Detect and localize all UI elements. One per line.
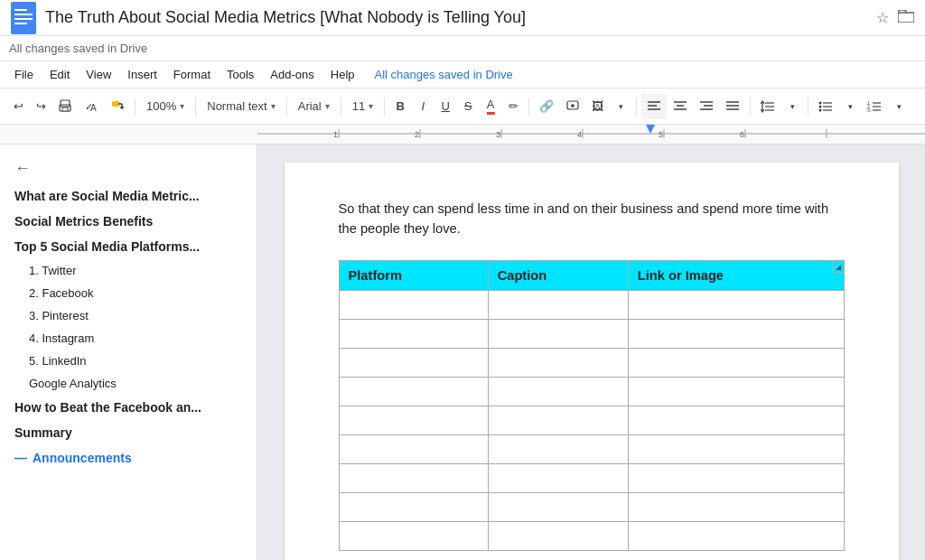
italic-button[interactable]: I xyxy=(412,94,434,119)
toolbar-list-group: ▾ 1. 2. 3. ▾ xyxy=(813,94,910,119)
align-left-button[interactable] xyxy=(641,94,667,119)
style-select[interactable]: Normal text ▾ xyxy=(201,94,281,119)
table-cell[interactable] xyxy=(488,406,628,435)
numbered-list-menu-button[interactable]: ▾ xyxy=(888,94,910,119)
menu-file[interactable]: File xyxy=(7,65,41,84)
table-cell[interactable] xyxy=(339,291,488,320)
table-cell[interactable] xyxy=(488,464,628,493)
menu-insert[interactable]: Insert xyxy=(120,65,164,84)
folder-icon[interactable] xyxy=(898,10,914,26)
table-cell[interactable] xyxy=(488,378,628,406)
line-spacing-button[interactable] xyxy=(755,94,780,119)
table-cell[interactable] xyxy=(339,349,488,378)
table-cell[interactable] xyxy=(339,522,488,551)
image-button[interactable]: 🖼 xyxy=(586,94,609,119)
table-cell[interactable] xyxy=(628,349,844,378)
main-area: ← What are Social Media Metric...Social … xyxy=(0,145,925,560)
svg-text:4: 4 xyxy=(577,130,582,139)
star-icon[interactable]: ☆ xyxy=(876,9,889,26)
align-right-button[interactable] xyxy=(694,94,719,119)
sidebar-subitem-6[interactable]: 4. Instagram xyxy=(0,327,257,350)
bullet-list-menu-button[interactable]: ▾ xyxy=(839,94,861,119)
image-menu-button[interactable]: ▾ xyxy=(610,94,631,119)
table-cell[interactable] xyxy=(488,522,628,551)
menu-save-status[interactable]: All changes saved in Drive xyxy=(375,68,513,81)
align-justify-button[interactable] xyxy=(720,94,745,119)
undo-button[interactable]: ↩ xyxy=(7,94,29,119)
sidebar-back-button[interactable]: ← xyxy=(0,154,257,183)
table-cell[interactable] xyxy=(628,435,844,464)
table-cell[interactable] xyxy=(628,320,844,349)
sidebar-heading-1[interactable]: Social Metrics Benefits xyxy=(0,209,257,234)
table-cell[interactable] xyxy=(628,464,844,493)
menu-tools[interactable]: Tools xyxy=(220,65,261,84)
menu-edit[interactable]: Edit xyxy=(42,65,77,84)
table-row xyxy=(339,493,844,522)
table-cell[interactable] xyxy=(488,291,628,320)
spellcheck-button[interactable]: ✓ A xyxy=(79,94,104,119)
ruler: 1 2 3 4 5 6 xyxy=(0,125,925,145)
table-cell[interactable] xyxy=(628,406,844,435)
menu-format[interactable]: Format xyxy=(166,65,218,84)
bold-button[interactable]: B xyxy=(389,94,411,119)
sidebar-heading-9[interactable]: How to Beat the Facebook an... xyxy=(0,395,257,420)
table-row xyxy=(339,464,844,493)
save-status: All changes saved in Drive xyxy=(9,42,147,55)
table-cell[interactable] xyxy=(339,493,488,522)
bullet-list-button[interactable] xyxy=(813,94,838,119)
menu-addons[interactable]: Add-ons xyxy=(263,65,321,84)
sidebar-heading-2[interactable]: Top 5 Social Media Platforms... xyxy=(0,234,257,259)
table-cell[interactable] xyxy=(488,349,628,378)
table-row xyxy=(339,378,844,406)
table-cell[interactable] xyxy=(488,493,628,522)
table-cell[interactable] xyxy=(488,435,628,464)
table-cell[interactable] xyxy=(339,320,488,349)
table-row xyxy=(339,406,844,435)
numbered-list-button[interactable]: 1. 2. 3. xyxy=(862,94,887,119)
align-center-button[interactable] xyxy=(668,94,693,119)
sidebar-heading-10[interactable]: Summary xyxy=(0,420,257,445)
sidebar-subitem-4[interactable]: 2. Facebook xyxy=(0,282,257,304)
zoom-select[interactable]: 100% ▾ xyxy=(140,94,191,119)
sidebar-subitem-3[interactable]: 1. Twitter xyxy=(0,259,257,282)
redo-button[interactable]: ↪ xyxy=(30,94,51,119)
table-resize-handle[interactable]: ◢ xyxy=(832,260,845,273)
table-cell[interactable] xyxy=(339,378,488,406)
font-select[interactable]: Arial ▾ xyxy=(292,94,336,119)
sidebar-subitem-5[interactable]: 3. Pinterest xyxy=(0,304,257,327)
svg-text:1: 1 xyxy=(333,130,338,139)
table-cell[interactable] xyxy=(339,406,488,435)
comment-button[interactable] xyxy=(560,94,585,119)
underline-button[interactable]: U xyxy=(434,94,456,119)
sidebar: ← What are Social Media Metric...Social … xyxy=(0,145,257,560)
link-button[interactable]: 🔗 xyxy=(534,94,559,119)
table-cell[interactable] xyxy=(628,493,844,522)
title-actions: ☆ xyxy=(876,9,914,26)
table-cell[interactable] xyxy=(628,378,844,406)
sidebar-heading-0[interactable]: What are Social Media Metric... xyxy=(0,183,257,209)
menu-view[interactable]: View xyxy=(79,65,118,84)
text-color-button[interactable]: A xyxy=(480,94,501,119)
sidebar-subitem-8[interactable]: Google Analytics xyxy=(0,372,257,395)
document-title[interactable]: The Truth About Social Media Metrics [Wh… xyxy=(45,8,876,27)
paint-format-button[interactable] xyxy=(105,94,130,119)
highlight-button[interactable]: ✏ xyxy=(502,94,524,119)
table-cell[interactable] xyxy=(488,320,628,349)
fontsize-select[interactable]: 11 ▾ xyxy=(346,94,379,119)
menu-help[interactable]: Help xyxy=(323,65,362,84)
svg-rect-5 xyxy=(898,13,914,23)
strikethrough-button[interactable]: S xyxy=(457,94,479,119)
table-cell[interactable] xyxy=(628,522,844,551)
svg-rect-4 xyxy=(14,23,27,24)
table-row xyxy=(339,522,844,551)
sidebar-subitem-7[interactable]: 5. LinkedIn xyxy=(0,350,257,372)
table-cell[interactable] xyxy=(628,291,844,320)
table-cell[interactable] xyxy=(339,464,488,493)
svg-rect-1 xyxy=(14,9,27,11)
table-cell[interactable] xyxy=(339,435,488,464)
sidebar-heading-11[interactable]: —Announcements xyxy=(0,445,257,471)
print-button[interactable] xyxy=(52,94,78,119)
divider-1 xyxy=(135,98,135,116)
line-spacing-menu-button[interactable]: ▾ xyxy=(781,94,803,119)
divider-9 xyxy=(808,98,808,116)
